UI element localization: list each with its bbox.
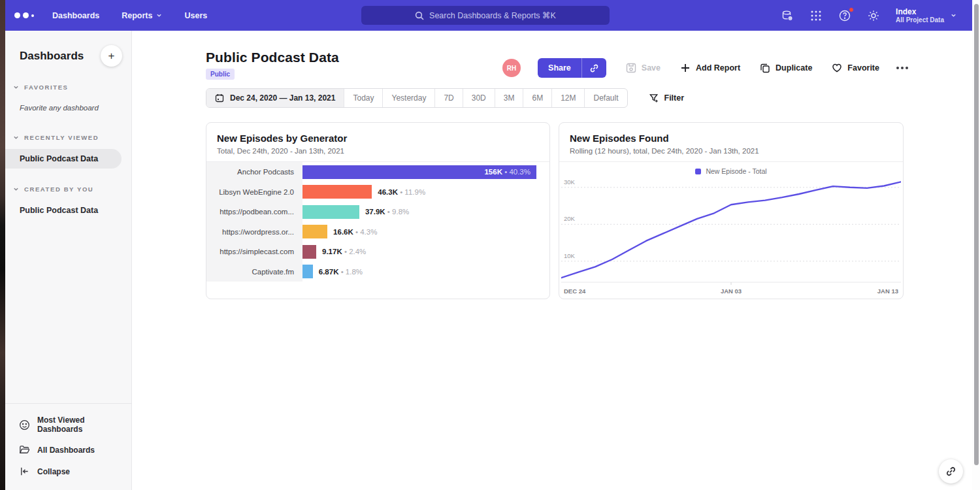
chevron-down-icon <box>156 12 162 18</box>
favorite-button[interactable]: Favorite <box>832 63 879 73</box>
bar-segment[interactable]: 156K • 40.3% <box>302 165 536 179</box>
duplicate-icon <box>760 63 770 73</box>
sidebar-section: FAVORITESFavorite any dashboard <box>5 84 131 117</box>
nav-items: DashboardsReportsUsers <box>52 11 229 20</box>
bar-segment[interactable] <box>302 205 359 219</box>
date-range-picker[interactable]: Dec 24, 2020 — Jan 13, 2021 <box>206 89 344 107</box>
bar-category-label: Captivate.fm <box>206 262 302 282</box>
sidebar-footer-all-dashboards[interactable]: All Dashboards <box>5 439 131 461</box>
sidebar-footer-label: Collapse <box>37 467 70 476</box>
sidebar-section-label: FAVORITES <box>24 84 69 91</box>
bar-track: 46.3K • 11.9% <box>302 182 549 203</box>
avatar[interactable]: RH <box>502 59 521 77</box>
funnel-plus-icon <box>649 93 659 103</box>
nav-item-dashboards[interactable]: Dashboards <box>52 11 99 20</box>
bar-percent: • 11.9% <box>398 188 425 196</box>
sidebar-item[interactable]: Public Podcast Data <box>5 149 122 169</box>
legend-swatch <box>695 169 701 174</box>
bar-row: https://simplecast.com9.17K • 2.4% <box>206 242 549 262</box>
sidebar-section-header[interactable]: RECENTLY VIEWED <box>5 134 131 141</box>
project-subtitle: All Project Data <box>896 16 944 24</box>
sidebar-section: CREATED BY YOUPublic Podcast Data <box>5 186 131 220</box>
share-link-button[interactable] <box>581 58 606 78</box>
filter-row: Dec 24, 2020 — Jan 13, 2021 TodayYesterd… <box>206 88 684 108</box>
date-preset-12m[interactable]: 12M <box>552 89 585 107</box>
date-preset-today[interactable]: Today <box>344 89 383 107</box>
bar-row: https://wordpress.or...16.6K • 4.3% <box>206 222 549 242</box>
app-logo-icon[interactable] <box>14 12 34 18</box>
chevron-down-icon <box>951 12 956 18</box>
bar-segment[interactable] <box>302 225 327 238</box>
bar-percent: • 4.3% <box>353 228 378 236</box>
project-switcher[interactable]: Index All Project Data <box>896 7 956 24</box>
bar-percent: • 9.8% <box>385 208 410 216</box>
bar-track: 9.17K • 2.4% <box>302 242 549 262</box>
date-preset-yesterday[interactable]: Yesterday <box>383 89 435 107</box>
app-window: DashboardsReportsUsers Search Dashboards… <box>0 0 980 490</box>
duplicate-button[interactable]: Duplicate <box>760 63 812 73</box>
smiley-icon <box>19 419 30 431</box>
date-preset-6m[interactable]: 6M <box>523 89 552 107</box>
bar-segment[interactable] <box>302 265 313 278</box>
main-content: Public Podcast Data Public RH Share <box>132 31 972 490</box>
bar-value-label: 46.3K • 11.9% <box>378 188 425 196</box>
bar-row: https://podbean.com...37.9K • 9.8% <box>206 202 549 222</box>
bar-percent: • 2.4% <box>342 248 367 255</box>
bar-track: 6.87K • 1.8% <box>302 262 549 282</box>
data-sources-icon[interactable] <box>781 9 794 22</box>
settings-gear-icon[interactable] <box>867 9 880 22</box>
floating-link-button[interactable] <box>939 459 963 483</box>
collapse-icon <box>19 466 30 477</box>
sidebar-item[interactable]: Public Podcast Data <box>5 201 131 220</box>
nav-item-reports[interactable]: Reports <box>122 11 162 20</box>
bar-segment[interactable] <box>302 245 316 259</box>
sidebar-item[interactable]: Favorite any dashboard <box>5 99 131 117</box>
sidebar-section-label: RECENTLY VIEWED <box>24 134 99 141</box>
sidebar-section-header[interactable]: FAVORITES <box>5 84 131 91</box>
save-button[interactable]: Save <box>626 63 661 73</box>
search-placeholder: Search Dashboards & Reports ⌘K <box>429 10 556 20</box>
add-report-button[interactable]: Add Report <box>680 63 740 73</box>
share-button-group: Share <box>538 58 606 78</box>
legend-label: New Episode - Total <box>706 167 766 175</box>
header-actions: RH Share Save <box>502 58 908 78</box>
bar-value-label: 156K • 40.3% <box>484 168 536 176</box>
y-tick-label: 20K <box>564 215 576 222</box>
y-tick-label: 30K <box>564 178 576 186</box>
bar-track: 16.6K • 4.3% <box>302 222 549 242</box>
sidebar-footer-label: Most Viewed Dashboards <box>37 416 131 434</box>
calendar-icon <box>215 93 224 103</box>
scrollbar-thumb[interactable] <box>974 4 979 465</box>
search-input[interactable]: Search Dashboards & Reports ⌘K <box>361 6 610 25</box>
x-tick-label: JAN 13 <box>877 287 898 295</box>
bar-category-label: Anchor Podcasts <box>206 162 302 182</box>
sidebar-footer-label: All Dashboards <box>37 446 95 455</box>
sidebar-footer-collapse[interactable]: Collapse <box>5 461 131 482</box>
bar-category-label: https://wordpress.or... <box>206 222 302 242</box>
folder-icon <box>19 444 30 455</box>
scrollbar-track[interactable] <box>972 0 980 490</box>
heart-icon <box>832 63 842 73</box>
add-dashboard-button[interactable]: + <box>101 45 122 67</box>
date-preset-30d[interactable]: 30D <box>463 89 495 107</box>
filter-button[interactable]: Filter <box>649 93 685 103</box>
bar-value-label: 37.9K • 9.8% <box>365 208 409 216</box>
date-preset-7d[interactable]: 7D <box>435 89 463 107</box>
bar-value-label: 9.17K • 2.4% <box>322 248 366 255</box>
sidebar-footer-most-viewed-dashboards[interactable]: Most Viewed Dashboards <box>5 410 131 439</box>
date-preset-3m[interactable]: 3M <box>495 89 524 107</box>
more-options-icon[interactable] <box>896 67 908 69</box>
bar-segment[interactable] <box>302 185 372 199</box>
sidebar-section-header[interactable]: CREATED BY YOU <box>5 186 131 193</box>
date-preset-default[interactable]: Default <box>585 89 627 107</box>
help-icon[interactable] <box>838 9 851 22</box>
bar-chart-header: New Episodes by Generator Total, Dec 24t… <box>206 123 549 162</box>
nav-item-users[interactable]: Users <box>184 11 207 20</box>
line-series[interactable] <box>561 182 901 278</box>
bar-value-label: 16.6K • 4.3% <box>333 228 377 236</box>
share-button[interactable]: Share <box>538 58 581 78</box>
bar-value: 46.3K <box>378 188 398 196</box>
apps-grid-icon[interactable] <box>809 9 823 22</box>
line-chart-subtitle: Rolling (12 hours), total, Dec 24th, 202… <box>570 147 892 155</box>
date-range-control: Dec 24, 2020 — Jan 13, 2021 TodayYesterd… <box>206 88 628 108</box>
